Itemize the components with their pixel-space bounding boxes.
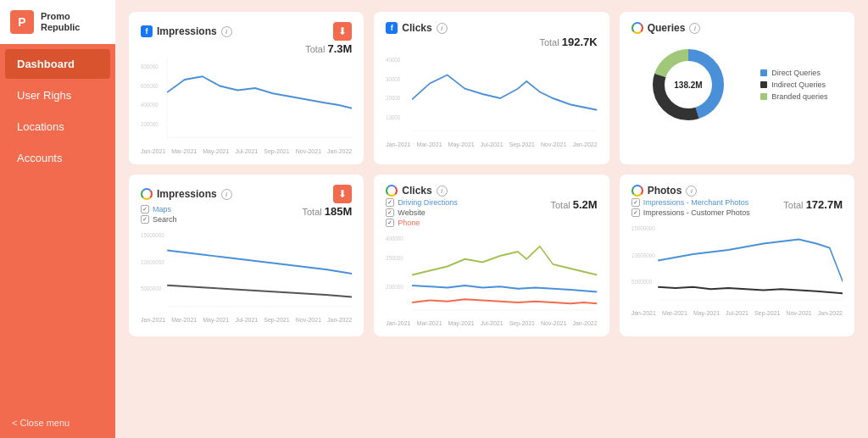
- card-header: Queries i: [632, 22, 843, 34]
- card-fb-impressions: f Impressions i ⬇ Total 7.3M 800000 6000…: [129, 12, 364, 164]
- donut-chart: 138.2M: [646, 42, 731, 127]
- multi-line-chart: 400000 350000 200000: [386, 230, 597, 315]
- google-icon: [632, 185, 643, 197]
- main-content: f Impressions i ⬇ Total 7.3M 800000 6000…: [115, 0, 868, 438]
- legend-item-merchant: ✓ Impressions - Merchant Photos: [632, 198, 750, 207]
- total-value: 185M: [325, 205, 353, 218]
- sidebar-item-accounts[interactable]: Accounts: [5, 143, 110, 173]
- donut-container: 138.2M Direct Queries Indirect Queries B…: [632, 36, 843, 134]
- legend-check-driving[interactable]: ✓: [386, 198, 394, 207]
- google-icon: [386, 185, 398, 197]
- card-fb-clicks: f Clicks i Total 192.7K 40000 30000 2000…: [374, 12, 609, 164]
- legend-item-phone: ✓ Phone: [386, 219, 458, 227]
- legend-item-maps: ✓ Maps: [141, 205, 177, 213]
- card-title: Queries: [648, 22, 686, 34]
- close-menu-button[interactable]: < Close menu: [0, 408, 115, 438]
- line-chart: 800000 600000 400000 200000: [141, 58, 352, 143]
- svg-text:600000: 600000: [141, 82, 159, 89]
- legend-color-indirect: [760, 81, 767, 88]
- legend-check-merchant[interactable]: ✓: [632, 198, 640, 207]
- svg-text:800000: 800000: [141, 64, 159, 70]
- cards-grid: f Impressions i ⬇ Total 7.3M 800000 6000…: [129, 12, 854, 336]
- card-g-photos: Photos i ✓ Impressions - Merchant Photos…: [620, 175, 854, 336]
- info-icon[interactable]: i: [689, 23, 700, 34]
- svg-text:15000000: 15000000: [141, 232, 164, 239]
- svg-text:350000: 350000: [386, 254, 403, 261]
- svg-text:10000000: 10000000: [141, 258, 164, 265]
- svg-text:5000000: 5000000: [141, 285, 161, 291]
- card-title: Impressions: [157, 188, 217, 200]
- sidebar-item-dashboard[interactable]: Dashboard: [5, 49, 110, 79]
- download-button[interactable]: ⬇: [333, 185, 352, 203]
- legend-label-phone: Phone: [398, 219, 420, 227]
- info-icon[interactable]: i: [686, 186, 697, 197]
- legend-item-indirect: Indirect Queries: [760, 80, 827, 89]
- logo-area: P PromoRepublic: [0, 0, 115, 44]
- svg-text:15000000: 15000000: [632, 225, 655, 232]
- legend-color-direct: [760, 69, 767, 76]
- info-icon[interactable]: i: [221, 189, 232, 200]
- legend-item-branded: Branded queries: [760, 92, 827, 101]
- sidebar-item-locations[interactable]: Locations: [5, 112, 110, 141]
- svg-text:138.2M: 138.2M: [675, 80, 703, 90]
- card-title: Photos: [648, 185, 682, 197]
- donut-legend: Direct Queries Indirect Queries Branded …: [760, 69, 827, 101]
- sidebar-item-user-righs[interactable]: User Righs: [5, 80, 110, 110]
- svg-text:5000000: 5000000: [632, 278, 652, 285]
- card-title: Impressions: [157, 25, 217, 37]
- card-title-row: Queries i: [632, 22, 701, 34]
- info-icon[interactable]: i: [221, 26, 232, 37]
- google-icon: [141, 188, 153, 200]
- info-icon[interactable]: i: [437, 186, 448, 197]
- x-labels: Jan-2021 Mar-2021 May-2021 Jul-2021 Sep-…: [386, 141, 597, 147]
- legend-label-search: Search: [153, 215, 177, 224]
- card-title-row: Photos i: [632, 185, 698, 197]
- card-header: Photos i: [632, 185, 843, 197]
- legend-label-direct: Direct Queries: [771, 69, 821, 77]
- download-button[interactable]: ⬇: [333, 22, 352, 41]
- total-row: Total 185M: [303, 205, 353, 218]
- legend-check-customer[interactable]: ✓: [632, 208, 640, 217]
- logo-text: PromoRepublic: [41, 11, 80, 33]
- card-title-row: f Impressions i: [141, 25, 232, 37]
- svg-text:10000000: 10000000: [632, 252, 655, 258]
- google-icon: [632, 22, 643, 34]
- sidebar: P PromoRepublic Dashboard User Righs Loc…: [0, 0, 115, 438]
- legend-item-search: ✓ Search: [141, 215, 177, 224]
- legend-item-website: ✓ Website: [386, 208, 458, 217]
- legend-check-phone[interactable]: ✓: [386, 219, 394, 227]
- logo-icon: P: [10, 10, 34, 34]
- legend-check-website[interactable]: ✓: [386, 208, 394, 217]
- sidebar-nav: Dashboard User Righs Locations Accounts: [0, 44, 115, 408]
- card-header: f Clicks i: [386, 22, 597, 34]
- x-labels: Jan-2021 Mar-2021 May-2021 Jul-2021 Sep-…: [386, 320, 597, 326]
- card-header: Impressions i ⬇: [141, 185, 352, 203]
- card-g-clicks: Clicks i ✓ Driving Directions ✓ Website …: [374, 175, 609, 336]
- total-row: Total 5.2M: [550, 198, 597, 211]
- legend: ✓ Driving Directions ✓ Website ✓ Phone: [386, 198, 458, 227]
- legend-check-search[interactable]: ✓: [141, 215, 149, 224]
- card-title-row: Clicks i: [386, 185, 447, 197]
- card-title-row: Impressions i: [141, 188, 232, 200]
- svg-text:40000: 40000: [386, 57, 400, 64]
- legend: ✓ Impressions - Merchant Photos ✓ Impres…: [632, 198, 750, 217]
- legend-item-driving: ✓ Driving Directions: [386, 198, 458, 207]
- total-value: 192.7K: [562, 36, 598, 48]
- info-icon[interactable]: i: [437, 23, 448, 34]
- x-labels: Jan-2021 Mar-2021 May-2021 Jul-2021 Sep-…: [141, 148, 352, 154]
- x-labels: Jan-2021 Mar-2021 May-2021 Jul-2021 Sep-…: [141, 317, 352, 323]
- x-labels: Jan-2021 Mar-2021 May-2021 Jul-2021 Sep-…: [632, 310, 843, 316]
- svg-text:20000: 20000: [386, 95, 400, 102]
- legend-check-maps[interactable]: ✓: [141, 205, 149, 213]
- legend-label-customer: Impressions - Customer Photos: [643, 208, 750, 217]
- total-value: 5.2M: [573, 198, 598, 211]
- card-title: Clicks: [402, 22, 431, 34]
- svg-text:200000: 200000: [386, 283, 403, 290]
- legend-label-driving: Driving Directions: [398, 198, 458, 207]
- legend-label-indirect: Indirect Queries: [771, 80, 826, 89]
- legend: ✓ Maps ✓ Search: [141, 205, 177, 224]
- total-row: Total 172.7M: [783, 198, 843, 211]
- svg-text:200000: 200000: [141, 120, 159, 127]
- svg-text:30000: 30000: [386, 75, 400, 82]
- card-title: Clicks: [402, 185, 431, 197]
